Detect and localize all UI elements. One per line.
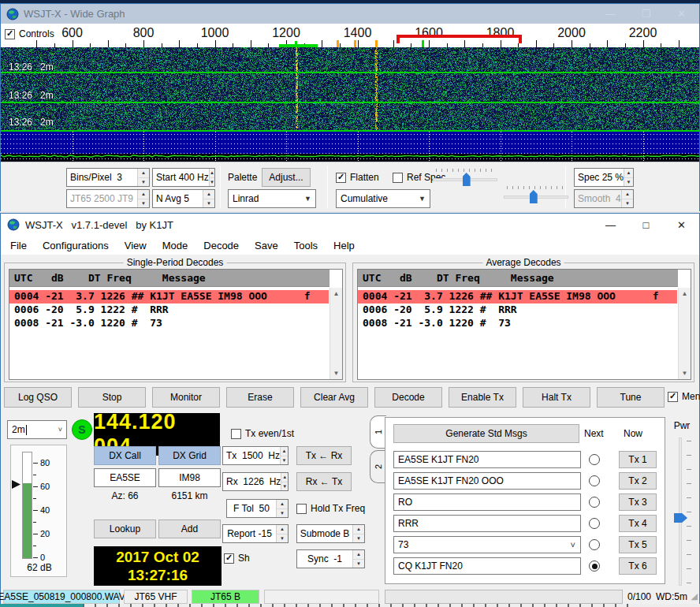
spinner-arrows[interactable]: ▲▼ — [352, 550, 364, 568]
slider-track[interactable] — [679, 438, 682, 586]
minimize-button[interactable]: — — [593, 214, 628, 236]
f-tol-spinner[interactable]: F Tol 50 ▲▼ — [226, 499, 289, 518]
up-arrow-icon[interactable]: ▲ — [281, 447, 288, 456]
hold-tx-freq-checkbox[interactable]: Hold Tx Freq — [296, 503, 365, 514]
tx-6-button[interactable]: Tx 6 — [619, 557, 657, 575]
tx-freq-spinner[interactable]: Tx 1500 Hz ▲▼ — [222, 446, 289, 465]
decode-row[interactable]: 0006 -20 5.9 1222 # RRR — [9, 304, 329, 317]
wide-graph-titlebar[interactable]: WSJT-X - Wide Graph — ❐ ✕ — [1, 4, 699, 24]
spinner-arrows[interactable]: ▲▼ — [624, 169, 633, 186]
spinner-arrows[interactable]: ▲▼ — [203, 190, 214, 207]
spinner-arrows[interactable]: ▲▼ — [276, 500, 288, 517]
spinner-arrows[interactable]: ▲▼ — [137, 169, 149, 186]
main-titlebar[interactable]: WSJT-X v1.7.1-devel by K1JT — □ ✕ — [1, 214, 699, 236]
decode-row[interactable]: 0004 -21 3.7 1226 ## K1JT EA5SE IM98 OOO… — [9, 290, 329, 304]
tx-3-button[interactable]: Tx 3 — [619, 493, 657, 511]
next-radio-4[interactable] — [589, 518, 600, 529]
up-arrow-icon[interactable]: ▲ — [353, 550, 364, 560]
tab-1[interactable]: 1 — [370, 415, 386, 449]
decode-row[interactable]: 0004 -21 3.7 1226 ## K1JT EA5SE IM98 OOO… — [358, 290, 677, 304]
scroll-down-icon[interactable]: ▼ — [679, 367, 691, 379]
monitor-button[interactable]: Monitor — [152, 387, 220, 408]
menus-checkbox[interactable]: Menus — [668, 391, 700, 402]
scrollbar[interactable]: ▲▼ — [330, 288, 342, 379]
zero-slider-1[interactable] — [504, 186, 568, 203]
sync-spinner[interactable]: Sync -1 ▲▼ — [296, 549, 365, 568]
spec-percent-spinner[interactable]: Spec 25 % ▲▼ — [574, 168, 634, 187]
menu-file[interactable]: File — [2, 237, 35, 254]
down-arrow-icon[interactable]: ▼ — [281, 482, 288, 491]
menu-view[interactable]: View — [117, 237, 155, 254]
menu-mode[interactable]: Mode — [155, 237, 196, 254]
down-arrow-icon[interactable]: ▼ — [277, 509, 288, 518]
rx-freq-spinner[interactable]: Rx 1226 Hz ▲▼ — [222, 472, 289, 491]
dx-call-field[interactable]: EA5SE — [94, 468, 156, 487]
down-arrow-icon[interactable]: ▼ — [203, 199, 214, 208]
stop-button[interactable]: Stop — [78, 387, 146, 408]
enable-tx-button[interactable]: Enable Tx — [449, 387, 516, 408]
close-button[interactable]: ✕ — [664, 4, 699, 24]
decode-row[interactable]: 0006 -20 5.9 1222 # RRR — [358, 304, 677, 317]
down-arrow-icon[interactable]: ▼ — [353, 560, 364, 568]
scroll-down-icon[interactable]: ▼ — [330, 367, 342, 379]
flatten-checkbox[interactable]: Flatten — [336, 172, 379, 183]
report-spinner[interactable]: Report -15 ▲▼ — [222, 524, 289, 543]
tx-message-field-6[interactable]: CQ K1JT FN20 — [393, 557, 581, 575]
down-arrow-icon[interactable]: ▼ — [353, 534, 364, 543]
slider-thumb[interactable] — [530, 190, 538, 203]
tx-5-button[interactable]: Tx 5 — [619, 536, 657, 553]
tx-message-field-3[interactable]: RO — [393, 493, 581, 511]
sync-status-indicator[interactable]: S — [72, 419, 92, 440]
scroll-up-icon[interactable]: ▲ — [679, 288, 691, 300]
submode-spinner[interactable]: Submode B ▲▼ — [296, 524, 365, 543]
generate-std-msgs-button[interactable]: Generate Std Msgs — [393, 424, 579, 443]
up-arrow-icon[interactable]: ▲ — [138, 169, 149, 178]
decode-row[interactable]: 0008 -21 -3.0 1220 # 73 — [358, 317, 677, 330]
tx-message-field-2[interactable]: EA5SE K1JT FN20 OOO — [393, 472, 581, 490]
close-button[interactable]: ✕ — [664, 214, 699, 236]
decode-text-area[interactable]: UTC dB DT Freq Message0004 -21 3.7 1226 … — [357, 269, 691, 380]
tune-button[interactable]: Tune — [597, 387, 665, 408]
tx-4-button[interactable]: Tx 4 — [619, 515, 657, 532]
n-avg-spinner[interactable]: N Avg 5 ▲▼ — [152, 189, 215, 208]
controls-checkbox[interactable]: Controls — [5, 28, 59, 39]
up-arrow-icon[interactable]: ▲ — [281, 473, 288, 482]
decode-text-area[interactable]: UTC dB DT Freq Message0004 -21 3.7 1226 … — [9, 269, 343, 380]
decode-button[interactable]: Decode — [374, 387, 442, 408]
waterfall-canvas[interactable] — [1, 47, 699, 132]
display-mode-select[interactable]: Cumulative ▼ — [336, 189, 430, 208]
scrollbar[interactable]: ▲▼ — [678, 288, 691, 379]
dx-grid-button[interactable]: DX Grid — [158, 446, 221, 465]
tx-message-field-5[interactable]: 73˅ — [393, 536, 581, 553]
dx-grid-field[interactable]: IM98 — [158, 468, 221, 487]
decode-row[interactable]: 0008 -21 -3.0 1220 # 73 — [9, 317, 329, 330]
spinner-arrows[interactable]: ▲▼ — [280, 447, 288, 464]
menu-decode[interactable]: Decode — [195, 237, 247, 254]
slider-thumb[interactable] — [674, 513, 687, 523]
palette-adjust-button[interactable]: Adjust... — [262, 168, 311, 187]
dx-call-button[interactable]: DX Call — [94, 446, 156, 465]
resize-grip[interactable]: ◢ — [691, 591, 698, 601]
next-radio-6[interactable] — [589, 560, 600, 572]
maximize-button[interactable]: □ — [628, 214, 664, 236]
spectrum-display[interactable] — [1, 132, 699, 162]
menu-save[interactable]: Save — [247, 237, 286, 254]
add-button[interactable]: Add — [158, 519, 221, 538]
maximize-button[interactable]: ❐ — [628, 4, 664, 24]
menu-tools[interactable]: Tools — [286, 237, 326, 254]
halt-tx-button[interactable]: Halt Tx — [523, 387, 590, 408]
spinner-arrows[interactable]: ▲▼ — [281, 473, 288, 490]
up-arrow-icon[interactable]: ▲ — [277, 500, 288, 509]
minimize-button[interactable]: — — [593, 4, 628, 24]
gain-slider-1[interactable] — [433, 169, 497, 186]
up-arrow-icon[interactable]: ▲ — [277, 525, 288, 534]
erase-button[interactable]: Erase — [226, 387, 294, 408]
next-radio-1[interactable] — [589, 454, 600, 465]
up-arrow-icon[interactable]: ▲ — [624, 169, 633, 178]
palette-select[interactable]: Linrad ▼ — [228, 189, 316, 208]
waterfall-display[interactable]: 13:26 2m13:26 2m13:26 2m — [1, 47, 699, 132]
bins-per-pixel-spinner[interactable]: Bins/Pixel 3 ▲▼ — [66, 168, 150, 187]
next-radio-5[interactable] — [589, 539, 600, 550]
menu-help[interactable]: Help — [326, 237, 363, 254]
tx-2-button[interactable]: Tx 2 — [619, 472, 657, 490]
